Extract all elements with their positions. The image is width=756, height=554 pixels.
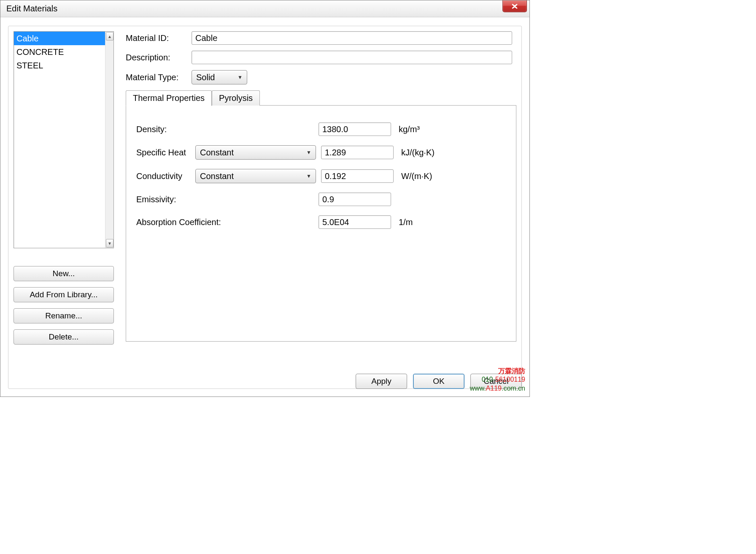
conductivity-mode-value: Constant	[200, 171, 234, 181]
scrollbar[interactable]: ▲ ▼	[105, 32, 113, 248]
scroll-up-icon[interactable]: ▲	[106, 32, 113, 41]
list-item[interactable]: CONCRETE	[14, 45, 105, 59]
side-buttons: New... Add From Library... Rename... Del…	[14, 266, 114, 345]
content-panel: Cable CONCRETE STEEL ▲ ▼ New... Add From…	[8, 26, 522, 389]
tabstrip: Thermal Properties Pyrolysis	[126, 90, 516, 106]
left-panel: Cable CONCRETE STEEL ▲ ▼ New... Add From…	[14, 31, 114, 350]
list-item[interactable]: STEEL	[14, 59, 105, 72]
material-type-value: Solid	[196, 73, 215, 82]
specific-heat-mode-value: Constant	[200, 148, 234, 158]
specific-heat-unit: kJ/(kg·K)	[401, 148, 435, 158]
material-type-label: Material Type:	[126, 73, 192, 82]
description-row: Description:	[126, 51, 516, 64]
delete-button[interactable]: Delete...	[14, 329, 114, 345]
emissivity-row: Emissivity:	[136, 193, 506, 206]
dialog-buttons: Apply OK Cancel	[356, 374, 522, 389]
chevron-down-icon: ▼	[238, 74, 243, 80]
new-button[interactable]: New...	[14, 266, 114, 281]
description-input[interactable]	[192, 51, 512, 64]
apply-button[interactable]: Apply	[356, 374, 407, 389]
tab-pyrolysis[interactable]: Pyrolysis	[212, 90, 260, 106]
scroll-down-icon[interactable]: ▼	[106, 239, 113, 247]
dialog-window: Edit Materials Cable CONCRETE STEEL ▲ ▼ …	[0, 0, 530, 397]
material-type-row: Material Type: Solid ▼	[126, 70, 516, 84]
density-label: Density:	[136, 125, 319, 134]
description-label: Description:	[126, 53, 192, 62]
conductivity-input[interactable]	[321, 169, 394, 183]
materials-listbox[interactable]: Cable CONCRETE STEEL ▲ ▼	[14, 31, 114, 248]
absorption-label: Absorption Coefficient:	[136, 217, 319, 227]
list-item[interactable]: Cable	[14, 32, 105, 45]
chevron-down-icon: ▼	[306, 173, 311, 179]
tabs-container: Thermal Properties Pyrolysis Density: kg…	[126, 90, 516, 342]
material-type-select[interactable]: Solid ▼	[192, 70, 247, 84]
close-icon	[511, 4, 518, 9]
density-unit: kg/m³	[399, 125, 420, 134]
right-panel: Material ID: Description: Material Type:…	[126, 31, 516, 342]
specific-heat-row: Specific Heat Constant ▼ kJ/(kg·K)	[136, 145, 506, 160]
conductivity-mode-select[interactable]: Constant ▼	[195, 169, 316, 183]
emissivity-input[interactable]	[319, 193, 391, 206]
window-title: Edit Materials	[6, 4, 57, 14]
absorption-row: Absorption Coefficient: 1/m	[136, 215, 506, 229]
close-button[interactable]	[502, 0, 527, 12]
conductivity-unit: W/(m·K)	[401, 171, 432, 181]
specific-heat-label: Specific Heat	[136, 148, 195, 158]
density-row: Density: kg/m³	[136, 122, 506, 136]
cancel-button[interactable]: Cancel	[470, 374, 522, 389]
material-id-label: Material ID:	[126, 33, 192, 43]
add-from-library-button[interactable]: Add From Library...	[14, 287, 114, 302]
titlebar: Edit Materials	[0, 0, 529, 17]
tab-thermal-properties[interactable]: Thermal Properties	[126, 90, 212, 106]
absorption-unit: 1/m	[399, 217, 413, 227]
specific-heat-input[interactable]	[321, 146, 394, 159]
absorption-input[interactable]	[319, 215, 391, 229]
thermal-panel: Density: kg/m³ Specific Heat Constant ▼ …	[126, 105, 516, 342]
chevron-down-icon: ▼	[306, 149, 311, 155]
conductivity-row: Conductivity Constant ▼ W/(m·K)	[136, 169, 506, 183]
density-input[interactable]	[319, 122, 391, 136]
rename-button[interactable]: Rename...	[14, 308, 114, 323]
specific-heat-mode-select[interactable]: Constant ▼	[195, 145, 316, 160]
list-items: Cable CONCRETE STEEL	[14, 32, 105, 248]
material-id-row: Material ID:	[126, 31, 516, 45]
emissivity-label: Emissivity:	[136, 195, 319, 204]
ok-button[interactable]: OK	[413, 374, 464, 389]
material-id-input[interactable]	[192, 31, 512, 45]
conductivity-label: Conductivity	[136, 171, 195, 181]
